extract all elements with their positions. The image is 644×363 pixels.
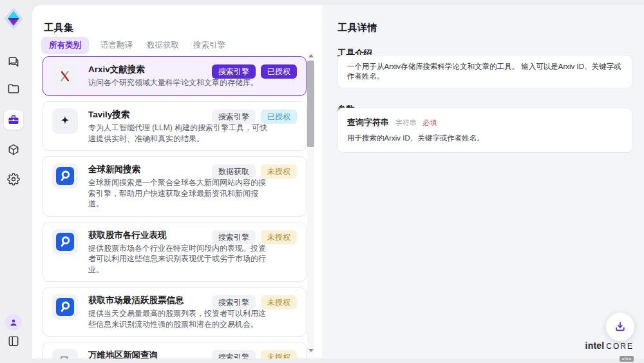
user-avatar-icon[interactable] [5, 314, 22, 331]
intel-core-logo: intel core ultra [585, 340, 634, 362]
blue-search-logo-icon [52, 163, 78, 189]
download-icon [614, 320, 627, 333]
category-badge: 搜索引擎 [212, 230, 256, 244]
category-tabs: 所有类别 语言翻译 数据获取 搜索引擎 [41, 37, 228, 54]
scrollbar-thumb[interactable] [307, 61, 314, 147]
tool-card-active-stocks[interactable]: 获取市场最活跃股票信息 提供当天交易量最高的股票列表，投资者可以利用这些信息来识… [43, 287, 307, 337]
param-name: 查询字符串 [347, 117, 389, 127]
auth-status-badge: 未授权 [261, 350, 297, 358]
tool-card-regional-news[interactable]: 万维地区新闻查询 查询具体行政区划内的新闻，快速了解各地新闻动 搜索引擎 未授权 [43, 342, 307, 358]
tool-detail-panel: 工具详情 工具介绍 一个用于从Arxiv存储库搜索科学论文和文章的工具。 输入可… [323, 5, 644, 358]
auth-status-badge: 未授权 [261, 295, 297, 309]
tool-card-stock-sectors[interactable]: 获取股市各行业表现 提供股票市场各个行业在特定时间段内的表现。投资者可以利用这些… [43, 222, 307, 282]
tool-description: 访问各个研究领域大量科学论文和文章的存储库。 [88, 77, 269, 88]
tool-description: 专为人工智能代理 (LLM) 构建的搜索引擎工具，可快速提供实时、准确和真实的结… [88, 123, 269, 144]
list-scrollbar[interactable] [307, 53, 314, 353]
auth-status-badge: 未授权 [261, 164, 297, 179]
tool-badges: 搜索引擎 未授权 [212, 295, 297, 309]
app-logo [3, 7, 24, 30]
tab-all-categories[interactable]: 所有类别 [41, 37, 89, 54]
blue-search-logo-icon [52, 229, 78, 255]
ultra-badge: ultra [620, 356, 634, 362]
panel-layout-icon[interactable] [7, 335, 20, 348]
tool-badges: 搜索引擎 未授权 [212, 230, 297, 244]
tool-card-global-news[interactable]: 全球新闻搜索 全球新闻搜索是一个聚合全球各大新闻网站内容的搜索引擎，帮助用户快速… [43, 156, 307, 217]
chat-icon[interactable] [7, 55, 20, 68]
category-badge: 搜索引擎 [212, 110, 256, 124]
auth-status-badge: 已授权 [261, 64, 297, 79]
auth-status-badge: 未授权 [261, 230, 297, 244]
scroll-down-arrow-icon[interactable] [308, 349, 314, 352]
tab-search-engine[interactable]: 搜索引擎 [191, 37, 228, 54]
auth-status-badge: 已授权 [261, 110, 297, 124]
intel-text: intel [585, 340, 605, 351]
download-button[interactable] [606, 313, 634, 341]
sparkle-logo-icon [52, 108, 78, 134]
tool-description: 全球新闻搜索是一个聚合全球各大新闻网站内容的搜索引擎，帮助用户快速获取全球最新资… [88, 177, 269, 210]
settings-gear-icon[interactable] [7, 173, 20, 186]
param-type: 字符串 [395, 119, 417, 126]
tool-description: 提供当天交易量最高的股票列表，投资者可以利用这些信息来识别流动性强的股票和潜在的… [88, 308, 269, 329]
tool-list-panel: 工具集 所有类别 语言翻译 数据获取 搜索引擎 Arxiv文献搜索 访问各个研究… [32, 5, 323, 358]
core-text: core [606, 342, 634, 351]
intro-text: 一个用于从Arxiv存储库搜索科学论文和文章的工具。 输入可以是Arxiv ID… [347, 63, 621, 80]
tab-data-acquisition[interactable]: 数据获取 [144, 37, 182, 54]
scroll-up-arrow-icon[interactable] [308, 54, 314, 57]
tool-card-list: Arxiv文献搜索 访问各个研究领域大量科学论文和文章的存储库。 搜索引擎 已授… [43, 56, 307, 358]
tool-badges: 搜索引擎 未授权 [212, 350, 297, 358]
param-required-flag: 必填 [422, 119, 437, 126]
intel-core-wordmark: intel core [585, 340, 634, 351]
tool-card-arxiv[interactable]: Arxiv文献搜索 访问各个研究领域大量科学论文和文章的存储库。 搜索引擎 已授… [43, 56, 307, 96]
tool-badges: 搜索引擎 已授权 [212, 64, 297, 79]
blue-search-logo-icon [52, 294, 78, 320]
param-description: 用于搜索的Arxiv ID、关键字或作者姓名。 [347, 133, 623, 143]
tool-card-tavily[interactable]: Tavily搜索 专为人工智能代理 (LLM) 构建的搜索引擎工具，可快速提供实… [43, 101, 307, 151]
tool-description: 提供股票市场各个行业在特定时间段内的表现。投资者可以利用这些信息来识别表现优于或… [88, 243, 269, 275]
param-box: 查询字符串 字符串 必填 用于搜索的Arxiv ID、关键字或作者姓名。 [337, 108, 632, 153]
arxiv-logo-icon [52, 63, 78, 89]
param-header: 查询字符串 字符串 必填 [347, 117, 623, 128]
category-badge: 搜索引擎 [212, 64, 256, 79]
tab-language-translation[interactable]: 语言翻译 [98, 37, 135, 54]
cube-icon[interactable] [7, 143, 20, 156]
category-badge: 数据获取 [212, 164, 256, 179]
newspaper-logo-icon [52, 349, 78, 358]
page-title: 工具集 [44, 22, 74, 34]
tool-badges: 搜索引擎 已授权 [212, 110, 297, 124]
intro-box: 一个用于从Arxiv存储库搜索科学论文和文章的工具。 输入可以是Arxiv ID… [337, 55, 632, 88]
folder-icon[interactable] [7, 83, 20, 95]
toolbox-icon-active[interactable] [4, 110, 23, 130]
category-badge: 搜索引擎 [212, 350, 256, 358]
tool-badges: 数据获取 未授权 [212, 164, 297, 179]
detail-title: 工具详情 [337, 22, 377, 34]
category-badge: 搜索引擎 [212, 295, 256, 309]
sidebar-rail [0, 0, 32, 363]
